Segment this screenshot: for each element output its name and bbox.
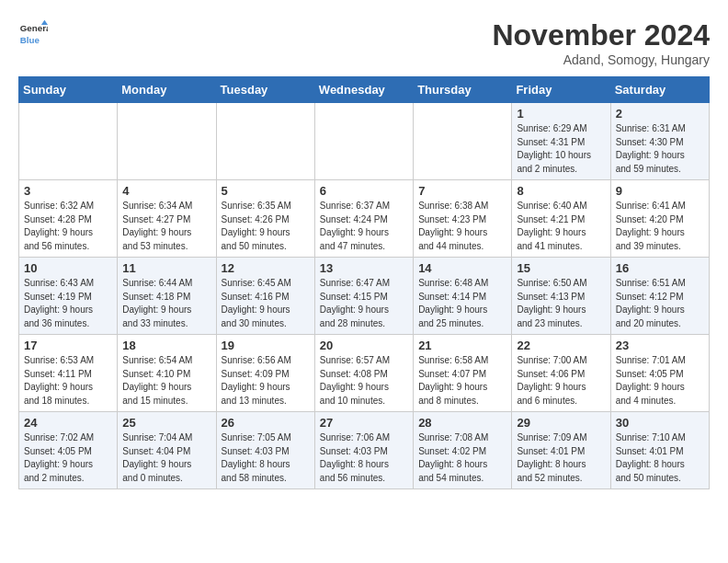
day-info: Sunrise: 7:08 AM Sunset: 4:02 PM Dayligh…: [418, 431, 506, 485]
calendar-header-row: SundayMondayTuesdayWednesdayThursdayFrid…: [19, 77, 710, 103]
calendar-week-row: 3Sunrise: 6:32 AM Sunset: 4:28 PM Daylig…: [19, 180, 710, 258]
calendar-cell: 26Sunrise: 7:05 AM Sunset: 4:03 PM Dayli…: [216, 412, 314, 489]
calendar-week-row: 1Sunrise: 6:29 AM Sunset: 4:31 PM Daylig…: [19, 103, 710, 180]
day-info: Sunrise: 6:38 AM Sunset: 4:23 PM Dayligh…: [418, 200, 506, 253]
day-info: Sunrise: 6:32 AM Sunset: 4:28 PM Dayligh…: [24, 200, 112, 253]
day-number: 15: [517, 261, 605, 275]
logo: General Blue: [18, 18, 48, 48]
day-info: Sunrise: 6:45 AM Sunset: 4:16 PM Dayligh…: [222, 277, 310, 330]
calendar-table: SundayMondayTuesdayWednesdayThursdayFrid…: [18, 76, 710, 489]
day-info: Sunrise: 7:02 AM Sunset: 4:05 PM Dayligh…: [24, 431, 112, 485]
day-number: 7: [418, 184, 506, 198]
day-info: Sunrise: 6:51 AM Sunset: 4:12 PM Dayligh…: [616, 277, 704, 330]
svg-text:Blue: Blue: [20, 35, 40, 45]
calendar-cell: 30Sunrise: 7:10 AM Sunset: 4:01 PM Dayli…: [610, 412, 709, 489]
calendar-cell: 9Sunrise: 6:41 AM Sunset: 4:20 PM Daylig…: [610, 180, 709, 258]
page-header: General Blue November 2024 Adand, Somogy…: [18, 18, 710, 67]
day-number: 12: [222, 261, 310, 275]
day-number: 24: [24, 416, 112, 430]
calendar-week-row: 10Sunrise: 6:43 AM Sunset: 4:19 PM Dayli…: [19, 258, 710, 335]
title-block: November 2024 Adand, Somogy, Hungary: [492, 18, 710, 67]
calendar-cell: [118, 103, 216, 180]
calendar-cell: [414, 103, 512, 180]
calendar-day-header: Thursday: [414, 77, 512, 103]
calendar-cell: 28Sunrise: 7:08 AM Sunset: 4:02 PM Dayli…: [414, 412, 512, 489]
calendar-week-row: 24Sunrise: 7:02 AM Sunset: 4:05 PM Dayli…: [19, 412, 710, 489]
calendar-day-header: Monday: [118, 77, 216, 103]
calendar-cell: 7Sunrise: 6:38 AM Sunset: 4:23 PM Daylig…: [414, 180, 512, 258]
calendar-week-row: 17Sunrise: 6:53 AM Sunset: 4:11 PM Dayli…: [19, 335, 710, 412]
calendar-cell: 14Sunrise: 6:48 AM Sunset: 4:14 PM Dayli…: [414, 258, 512, 335]
day-number: 9: [616, 184, 704, 198]
day-info: Sunrise: 6:57 AM Sunset: 4:08 PM Dayligh…: [320, 354, 408, 408]
calendar-cell: 1Sunrise: 6:29 AM Sunset: 4:31 PM Daylig…: [512, 103, 610, 180]
day-info: Sunrise: 6:37 AM Sunset: 4:24 PM Dayligh…: [320, 200, 408, 253]
day-info: Sunrise: 6:56 AM Sunset: 4:09 PM Dayligh…: [222, 354, 310, 408]
day-number: 13: [320, 261, 408, 275]
day-number: 10: [24, 261, 112, 275]
day-number: 14: [418, 261, 506, 275]
calendar-cell: 12Sunrise: 6:45 AM Sunset: 4:16 PM Dayli…: [216, 258, 314, 335]
day-number: 26: [222, 416, 310, 430]
calendar-cell: 8Sunrise: 6:40 AM Sunset: 4:21 PM Daylig…: [512, 180, 610, 258]
day-number: 1: [517, 107, 605, 121]
calendar-cell: 2Sunrise: 6:31 AM Sunset: 4:30 PM Daylig…: [610, 103, 709, 180]
calendar-cell: 20Sunrise: 6:57 AM Sunset: 4:08 PM Dayli…: [314, 335, 413, 412]
calendar-cell: 6Sunrise: 6:37 AM Sunset: 4:24 PM Daylig…: [314, 180, 413, 258]
calendar-cell: 27Sunrise: 7:06 AM Sunset: 4:03 PM Dayli…: [314, 412, 413, 489]
calendar-cell: [216, 103, 314, 180]
calendar-cell: 19Sunrise: 6:56 AM Sunset: 4:09 PM Dayli…: [216, 335, 314, 412]
day-number: 19: [222, 339, 310, 352]
day-number: 21: [418, 339, 506, 352]
calendar-day-header: Tuesday: [216, 77, 314, 103]
calendar-cell: 17Sunrise: 6:53 AM Sunset: 4:11 PM Dayli…: [19, 335, 118, 412]
location-subtitle: Adand, Somogy, Hungary: [492, 52, 710, 67]
calendar-cell: 4Sunrise: 6:34 AM Sunset: 4:27 PM Daylig…: [118, 180, 216, 258]
day-info: Sunrise: 6:53 AM Sunset: 4:11 PM Dayligh…: [24, 354, 112, 408]
logo-icon: General Blue: [18, 18, 48, 48]
day-number: 8: [517, 184, 605, 198]
calendar-cell: 11Sunrise: 6:44 AM Sunset: 4:18 PM Dayli…: [118, 258, 216, 335]
day-info: Sunrise: 7:01 AM Sunset: 4:05 PM Dayligh…: [616, 354, 704, 408]
calendar-cell: 23Sunrise: 7:01 AM Sunset: 4:05 PM Dayli…: [610, 335, 709, 412]
calendar-cell: 21Sunrise: 6:58 AM Sunset: 4:07 PM Dayli…: [414, 335, 512, 412]
day-number: 28: [418, 416, 506, 430]
calendar-cell: 3Sunrise: 6:32 AM Sunset: 4:28 PM Daylig…: [19, 180, 118, 258]
calendar-day-header: Wednesday: [314, 77, 413, 103]
day-info: Sunrise: 7:10 AM Sunset: 4:01 PM Dayligh…: [616, 431, 704, 485]
day-info: Sunrise: 7:04 AM Sunset: 4:04 PM Dayligh…: [122, 431, 210, 485]
day-info: Sunrise: 7:09 AM Sunset: 4:01 PM Dayligh…: [517, 431, 605, 485]
calendar-day-header: Saturday: [610, 77, 709, 103]
day-number: 17: [24, 339, 112, 352]
day-info: Sunrise: 6:41 AM Sunset: 4:20 PM Dayligh…: [616, 200, 704, 253]
day-info: Sunrise: 6:47 AM Sunset: 4:15 PM Dayligh…: [320, 277, 408, 330]
day-info: Sunrise: 6:29 AM Sunset: 4:31 PM Dayligh…: [517, 122, 605, 176]
calendar-cell: [19, 103, 118, 180]
calendar-day-header: Sunday: [19, 77, 118, 103]
day-info: Sunrise: 6:40 AM Sunset: 4:21 PM Dayligh…: [517, 200, 605, 253]
calendar-cell: 16Sunrise: 6:51 AM Sunset: 4:12 PM Dayli…: [610, 258, 709, 335]
day-number: 2: [616, 107, 704, 121]
day-number: 29: [517, 416, 605, 430]
day-number: 23: [616, 339, 704, 352]
day-info: Sunrise: 6:35 AM Sunset: 4:26 PM Dayligh…: [222, 200, 310, 253]
day-info: Sunrise: 7:05 AM Sunset: 4:03 PM Dayligh…: [222, 431, 310, 485]
calendar-cell: 24Sunrise: 7:02 AM Sunset: 4:05 PM Dayli…: [19, 412, 118, 489]
day-number: 16: [616, 261, 704, 275]
day-info: Sunrise: 6:58 AM Sunset: 4:07 PM Dayligh…: [418, 354, 506, 408]
day-number: 27: [320, 416, 408, 430]
day-number: 11: [122, 261, 210, 275]
calendar-cell: 25Sunrise: 7:04 AM Sunset: 4:04 PM Dayli…: [118, 412, 216, 489]
day-number: 20: [320, 339, 408, 352]
day-number: 25: [122, 416, 210, 430]
day-number: 18: [122, 339, 210, 352]
day-info: Sunrise: 6:34 AM Sunset: 4:27 PM Dayligh…: [122, 200, 210, 253]
day-number: 22: [517, 339, 605, 352]
calendar-cell: 15Sunrise: 6:50 AM Sunset: 4:13 PM Dayli…: [512, 258, 610, 335]
day-number: 3: [24, 184, 112, 198]
calendar-cell: 18Sunrise: 6:54 AM Sunset: 4:10 PM Dayli…: [118, 335, 216, 412]
day-number: 4: [122, 184, 210, 198]
calendar-cell: 29Sunrise: 7:09 AM Sunset: 4:01 PM Dayli…: [512, 412, 610, 489]
day-number: 30: [616, 416, 704, 430]
day-info: Sunrise: 6:50 AM Sunset: 4:13 PM Dayligh…: [517, 277, 605, 330]
